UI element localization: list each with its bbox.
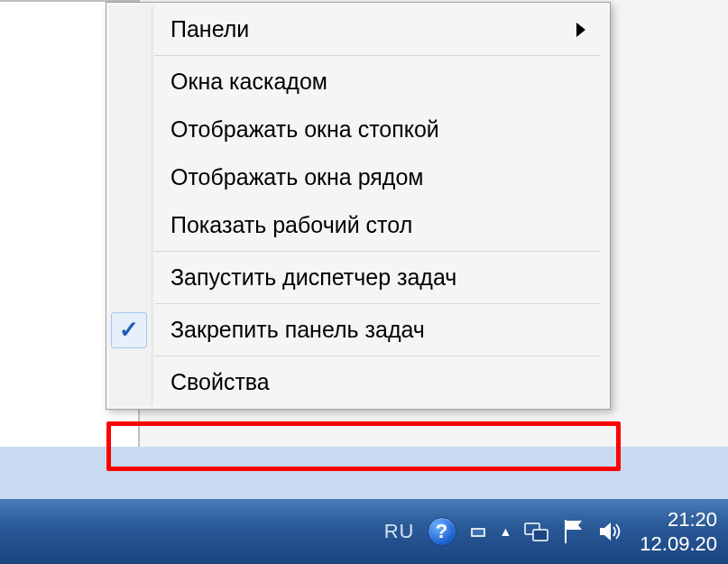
generic-tray-icon[interactable]	[469, 522, 487, 541]
svg-rect-3	[533, 530, 548, 541]
menu-item-label: Отображать окна стопкой	[170, 116, 439, 143]
menu-separator	[154, 356, 600, 356]
checkmark-icon: ✓	[111, 312, 147, 348]
volume-icon[interactable]	[598, 519, 625, 544]
menu-item-label: Окна каскадом	[170, 69, 327, 95]
menu-item-cascade[interactable]: Окна каскадом	[154, 58, 607, 106]
svg-rect-1	[473, 530, 484, 535]
language-indicator[interactable]: RU	[384, 520, 415, 543]
menu-item-label: Закрепить панель задач	[170, 317, 425, 343]
menu-item-label: Панели	[170, 16, 249, 42]
taskbar-clock[interactable]: 21:20 12.09.20	[640, 507, 723, 557]
menu-item-toolbars[interactable]: Панели	[154, 5, 607, 53]
menu-item-stack[interactable]: Отображать окна стопкой	[154, 106, 607, 153]
menu-separator	[154, 251, 600, 252]
help-icon[interactable]: ?	[428, 517, 456, 546]
taskbar-context-menu: Панели Окна каскадом Отображать окна сто…	[106, 2, 611, 410]
menu-item-sidebyside[interactable]: Отображать окна рядом	[154, 153, 607, 201]
action-center-icon[interactable]	[562, 518, 585, 545]
system-tray: RU ? ▲	[384, 517, 626, 546]
submenu-arrow-icon	[576, 23, 585, 37]
menu-separator	[154, 303, 600, 304]
menu-item-label: Отображать окна рядом	[170, 164, 423, 190]
network-icon[interactable]	[524, 521, 549, 542]
menu-item-label: Запустить диспетчер задач	[170, 264, 456, 291]
desktop-area	[0, 447, 728, 499]
menu-item-lock-taskbar[interactable]: ✓ Закрепить панель задач	[154, 306, 607, 354]
tray-expand-icon[interactable]: ▲	[500, 524, 512, 539]
menu-item-label: Показать рабочий стол	[170, 212, 412, 238]
menu-item-label: Свойства	[170, 369, 270, 395]
menu-item-show-desktop[interactable]: Показать рабочий стол	[154, 201, 607, 249]
menu-item-task-manager[interactable]: Запустить диспетчер задач	[154, 254, 607, 301]
menu-separator	[154, 55, 600, 56]
menu-item-properties[interactable]: Свойства	[154, 358, 607, 406]
clock-time: 21:20	[640, 507, 717, 532]
clock-date: 12.09.20	[640, 532, 717, 557]
